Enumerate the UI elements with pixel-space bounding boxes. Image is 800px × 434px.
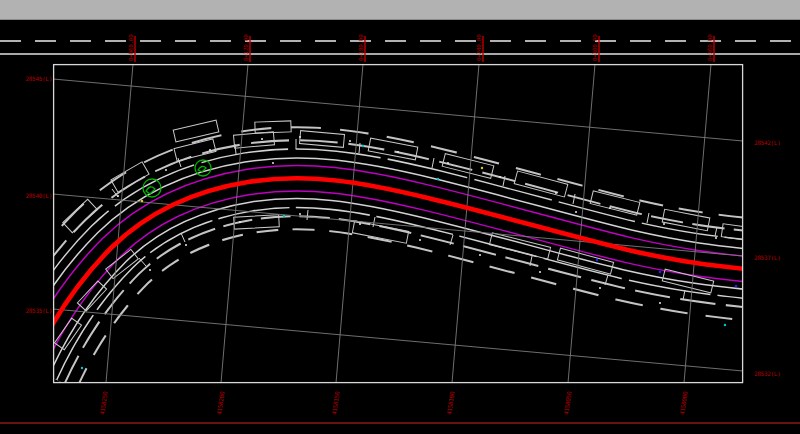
grid-label-right[interactable]: 28542(L) (754, 139, 781, 146)
grid-label-bottom[interactable]: 4158100 (445, 390, 456, 415)
grid-label-left[interactable]: 28535(L) (26, 307, 53, 314)
station-label[interactable]: 0+300.00 (591, 34, 598, 61)
station-label[interactable]: 0+180.00 (357, 34, 364, 61)
station-label[interactable]: 0+240.00 (475, 34, 482, 61)
grid-label-right[interactable]: 28537(L) (754, 254, 781, 261)
grid-label-right[interactable]: 28532(L) (754, 370, 781, 377)
grid-label-bottom[interactable]: 4158250 (98, 390, 109, 415)
grid-label-left[interactable]: 28545(L) (26, 75, 53, 82)
station-label[interactable]: 0+060.00 (127, 34, 134, 61)
station-labels[interactable]: 0+060.00 0+120.00 0+180.00 0+240.00 0+30… (127, 34, 713, 61)
grid-label-bottom[interactable]: 4158150 (330, 390, 341, 415)
cad-application-window: 0+060.00 0+120.00 0+180.00 0+240.00 0+30… (0, 0, 800, 434)
grid-label-bottom[interactable]: 4158050 (562, 390, 573, 415)
station-label[interactable]: 0+360.00 (706, 34, 713, 61)
station-label[interactable]: 0+120.00 (242, 34, 249, 61)
grid-label-bottom[interactable]: 4158200 (215, 390, 226, 415)
grid-labels-right[interactable]: 28542(L) 28537(L) 28532(L) (754, 139, 781, 377)
drawing-canvas[interactable]: 0+060.00 0+120.00 0+180.00 0+240.00 0+30… (0, 0, 800, 434)
grid-label-bottom[interactable]: 4158000 (678, 390, 689, 415)
grid-labels-left[interactable]: 28545(L) 28540(L) 28535(L) (26, 75, 53, 314)
plan-viewport-content[interactable] (30, 64, 763, 383)
grid-labels-bottom[interactable]: 4158250 4158200 4158150 4158100 4158050 … (98, 390, 689, 415)
station-ticks[interactable] (135, 36, 714, 62)
top-reference-alignment[interactable]: 0+060.00 0+120.00 0+180.00 0+240.00 0+30… (0, 34, 800, 62)
grid-label-left[interactable]: 28540(L) (26, 192, 53, 199)
